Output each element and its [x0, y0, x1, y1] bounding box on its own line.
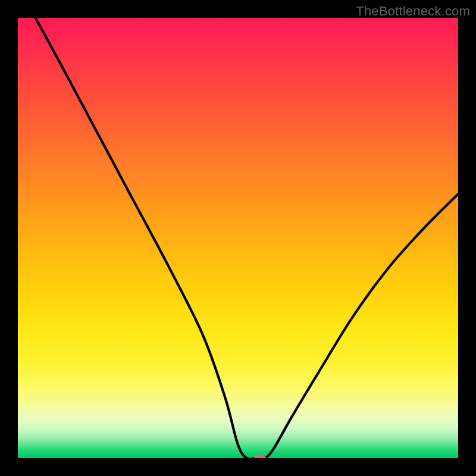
chart-frame: TheBottleneck.com [0, 0, 476, 476]
optimum-marker [254, 455, 266, 458]
curve-layer [18, 18, 458, 458]
plot-area [18, 18, 458, 458]
bottleneck-curve-path [36, 18, 458, 458]
watermark-text: TheBottleneck.com [356, 4, 470, 19]
